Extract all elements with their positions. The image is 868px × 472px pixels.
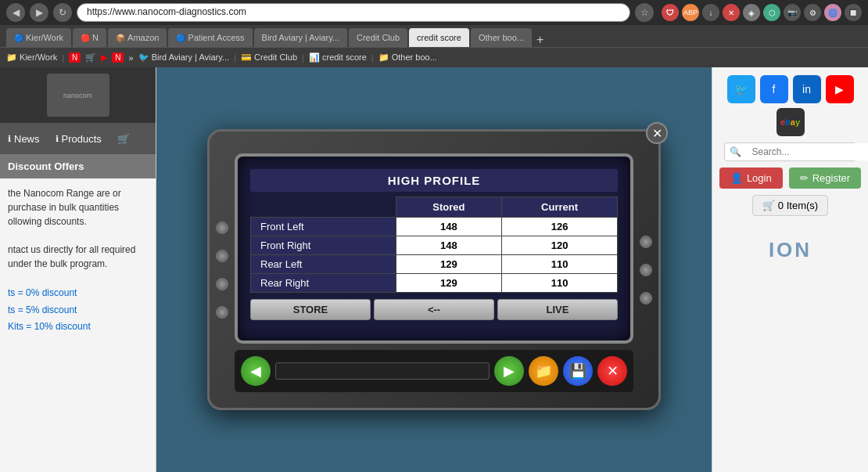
table-row: Rear Right 129 110 — [251, 274, 618, 293]
star-button[interactable]: ☆ — [635, 3, 654, 22]
deco-circle-4 — [216, 306, 228, 319]
deco-circle-r1 — [640, 236, 652, 248]
back-arrow-button[interactable]: <-- — [374, 299, 494, 320]
login-icon: 👤 — [730, 172, 743, 184]
row-0-label: Front Left — [251, 218, 396, 236]
bookmark-kier-work[interactable]: 📁 Kier/Work — [6, 52, 57, 63]
page-content: nanocom ℹ News ℹ Products 🛒 Discount Off… — [0, 67, 868, 472]
register-button[interactable]: ✏ Register — [789, 168, 861, 189]
cart-icon: 🛒 — [117, 133, 130, 145]
table-row: Front Left 148 126 — [251, 218, 618, 236]
toolbar-icon-1: 🛡 — [662, 4, 679, 21]
bookmark-n2[interactable]: N — [112, 52, 124, 63]
exit-button[interactable]: ✕ — [597, 356, 627, 386]
deco-circle-3 — [216, 278, 228, 290]
bookmark-amazon[interactable]: 🛒 — [85, 52, 96, 63]
device-right-decorations — [640, 236, 652, 304]
cart-button[interactable]: 🛒 0 Item(s) — [752, 195, 828, 216]
deco-circle-2 — [216, 250, 228, 262]
toolbar-icon-7: 📷 — [784, 4, 801, 21]
toolbar-icon-6: ⬡ — [763, 4, 780, 21]
refresh-button[interactable]: ↻ — [53, 3, 72, 22]
forward-button[interactable]: ▶ — [30, 3, 48, 22]
sidebar-item-news[interactable]: ℹ News — [8, 133, 40, 145]
bookmark-netflix[interactable]: N — [69, 52, 81, 63]
social-icons: 🐦 f in ▶ ebay — [720, 75, 860, 136]
col-stored-header: Stored — [396, 197, 501, 218]
sidebar-item-cart[interactable]: 🛒 — [117, 133, 130, 145]
ion-right-text: ION — [769, 238, 812, 262]
browser-tabs: 🔵 Kier/Work 🔴N 📦Amazon 🔵 Patient Access … — [0, 25, 868, 47]
toolbar-icon-3: ↓ — [702, 4, 719, 21]
logo-image: nanocom — [47, 74, 109, 117]
discount-link-0[interactable]: ts = 0% discount — [8, 285, 148, 302]
search-icon: 🔍 — [725, 143, 746, 160]
main-area: ION ✕ — [156, 67, 712, 472]
col-current-header: Current — [502, 197, 618, 218]
new-tab-button[interactable]: + — [536, 33, 543, 47]
ebay-icon[interactable]: ebay — [777, 108, 805, 136]
tab-bird-aviary[interactable]: Bird Aviary | Aviary... — [254, 28, 347, 47]
device-container: ✕ HIGH PROFILE Stored Current — [207, 129, 661, 410]
discount-content: the Nanocom Range are or purchase in bul… — [0, 178, 156, 344]
nav-back-button[interactable]: ◀ — [241, 356, 271, 386]
col-label-header — [251, 197, 396, 218]
bookmark-other[interactable]: 📁 Other boo... — [378, 52, 437, 63]
nav-forward-button[interactable]: ▶ — [494, 356, 524, 386]
discount-link-2[interactable]: Kits = 10% discount — [8, 319, 148, 336]
row-1-stored: 148 — [396, 236, 501, 255]
tab-other-bookmarks[interactable]: Other boo... — [471, 28, 532, 47]
row-0-stored: 148 — [396, 218, 501, 236]
tab-amazon[interactable]: 📦Amazon — [108, 28, 167, 47]
tab-patient-access[interactable]: 🔵 Patient Access — [168, 28, 252, 47]
table-row: Rear Left 129 110 — [251, 255, 618, 274]
toolbar-icon-2: ABP — [682, 4, 699, 21]
facebook-icon[interactable]: f — [760, 75, 788, 103]
row-0-current: 126 — [502, 218, 618, 236]
tab-credit-score[interactable]: credit score — [409, 28, 469, 47]
auth-buttons: 👤 Login ✏ Register — [719, 168, 861, 189]
cart-icon: 🛒 — [762, 200, 775, 211]
modal-overlay: ✕ HIGH PROFILE Stored Current — [156, 67, 712, 472]
bottom-controls: ◀ ▶ 📁 💾 ✕ — [235, 350, 633, 392]
back-button[interactable]: ◀ — [6, 3, 25, 22]
close-button[interactable]: ✕ — [646, 122, 668, 144]
left-sidebar: nanocom ℹ News ℹ Products 🛒 Discount Off… — [0, 67, 156, 472]
deco-circle-r3 — [640, 292, 652, 304]
toolbar-icon-9: 🌀 — [824, 4, 841, 21]
save-button[interactable]: 💾 — [563, 356, 593, 386]
row-3-current: 110 — [502, 274, 618, 293]
row-2-current: 110 — [502, 255, 618, 274]
store-button[interactable]: STORE — [250, 299, 371, 320]
discount-text-1: the Nanocom Range are or purchase in bul… — [8, 186, 148, 229]
bookmark-credit-score[interactable]: 📊 credit score — [309, 52, 367, 63]
sidebar-item-products[interactable]: ℹ Products — [56, 133, 102, 145]
url-bar[interactable]: https://www.nanocom-diagnostics.com — [77, 3, 630, 22]
search-input[interactable] — [746, 143, 869, 160]
data-table: Stored Current Front Left 148 126 — [250, 196, 618, 293]
tab-netflix[interactable]: 🔴N — [73, 28, 106, 47]
bookmark-bird-aviary[interactable]: 🐦 Bird Aviary | Aviary... — [138, 52, 230, 63]
register-label: Register — [812, 172, 850, 184]
cart-label: 0 Item(s) — [778, 200, 818, 211]
youtube-icon[interactable]: ▶ — [826, 75, 854, 103]
login-button[interactable]: 👤 Login — [719, 168, 783, 189]
screen-title: HIGH PROFILE — [250, 169, 618, 192]
progress-bar — [275, 362, 490, 380]
bookmark-credit-club[interactable]: 💳 Credit Club — [241, 52, 297, 63]
row-3-stored: 129 — [396, 274, 501, 293]
folder-button[interactable]: 📁 — [529, 356, 558, 386]
discount-link-1[interactable]: ts = 5% discount — [8, 302, 148, 319]
row-2-stored: 129 — [396, 255, 501, 274]
action-buttons: STORE <-- LIVE — [250, 299, 618, 320]
tab-credit-club[interactable]: Credit Club — [349, 28, 407, 47]
linkedin-icon[interactable]: in — [793, 75, 821, 103]
tab-kier-work[interactable]: 🔵 Kier/Work — [6, 28, 71, 47]
deco-circle-r2 — [640, 264, 652, 276]
titlebar: ◀ ▶ ↻ https://www.nanocom-diagnostics.co… — [0, 0, 868, 25]
bookmark-more[interactable]: » — [128, 53, 133, 63]
twitter-icon[interactable]: 🐦 — [727, 75, 755, 103]
toolbar-icon-10: 🔲 — [845, 4, 862, 21]
bookmark-youtube[interactable]: ▶ — [101, 52, 107, 63]
live-button[interactable]: LIVE — [497, 299, 618, 320]
